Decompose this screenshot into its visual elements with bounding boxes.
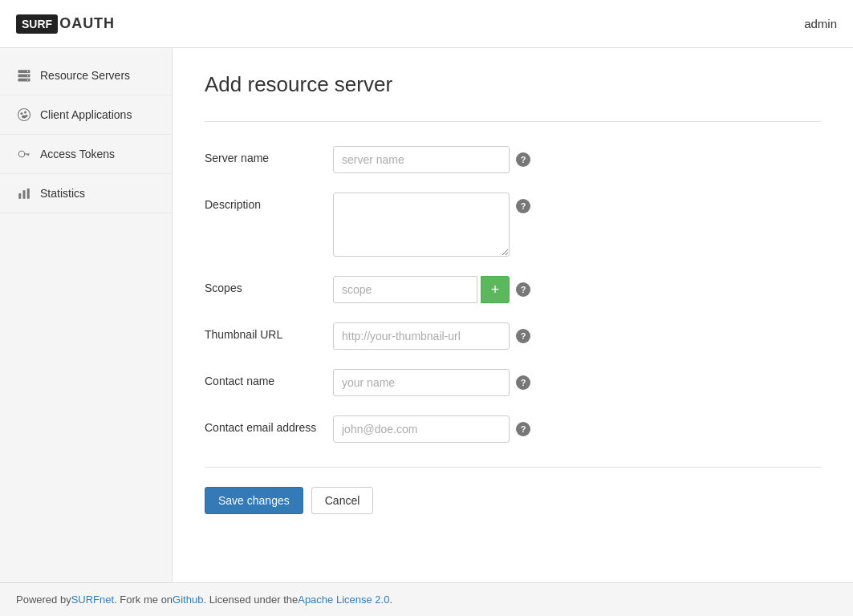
add-scope-button[interactable]: + (481, 276, 510, 303)
sidebar-item-label-resource-servers: Resource Servers (40, 69, 130, 82)
footer-end-text: . (389, 594, 392, 606)
footer-surfnet-link[interactable]: SURFnet (71, 594, 114, 606)
contact-email-input[interactable] (333, 415, 510, 443)
footer-fork-text: . Fork me on (114, 594, 173, 606)
server-name-wrap: ? (333, 146, 530, 173)
cancel-button[interactable]: Cancel (311, 487, 374, 514)
scopes-group: Scopes + ? (205, 276, 821, 303)
thumbnail-url-label: Thumbnail URL (205, 322, 333, 341)
bottom-divider (205, 467, 821, 468)
sidebar-item-label-statistics: Statistics (40, 187, 85, 200)
contact-name-label: Contact name (205, 369, 333, 387)
description-help-icon[interactable]: ? (516, 199, 530, 213)
button-row: Save changes Cancel (205, 487, 821, 514)
header-admin-label: admin (804, 17, 837, 30)
footer: Powered by SURFnet . Fork me on Github .… (0, 582, 853, 616)
thumbnail-url-input[interactable] (333, 322, 510, 350)
sidebar-item-client-applications[interactable]: Client Applications (0, 95, 172, 135)
scopes-help-icon[interactable]: ? (516, 282, 530, 297)
sidebar-item-access-tokens[interactable]: Access Tokens (0, 135, 172, 174)
scopes-row: + (333, 276, 510, 303)
main-content: Add resource server Server name ? Descri… (173, 48, 853, 582)
sidebar-item-statistics[interactable]: Statistics (0, 174, 172, 213)
palette-icon (16, 107, 32, 123)
svg-rect-14 (18, 193, 21, 199)
thumbnail-url-group: Thumbnail URL ? (205, 322, 821, 350)
contact-name-input[interactable] (333, 369, 510, 396)
description-label: Description (205, 192, 333, 211)
sidebar-item-label-access-tokens: Access Tokens (40, 148, 115, 160)
svg-point-3 (27, 71, 29, 72)
server-name-help-icon[interactable]: ? (516, 152, 530, 167)
sidebar: Resource Servers Client Applications (0, 48, 173, 582)
svg-point-6 (18, 109, 30, 121)
footer-powered-text: Powered by (16, 594, 71, 606)
save-button[interactable]: Save changes (205, 487, 303, 514)
server-name-input[interactable] (333, 146, 510, 173)
key-icon (16, 146, 32, 162)
page-title: Add resource server (205, 72, 821, 97)
thumbnail-url-help-icon[interactable]: ? (516, 329, 530, 343)
footer-license-text: . Licensed under the (203, 594, 298, 606)
description-input[interactable] (333, 192, 510, 257)
svg-point-5 (27, 79, 29, 81)
description-wrap: ? (333, 192, 530, 257)
svg-point-8 (24, 111, 26, 114)
top-divider (205, 121, 821, 122)
server-name-group: Server name ? (205, 146, 821, 173)
scopes-label: Scopes (205, 276, 333, 294)
svg-point-7 (21, 112, 23, 115)
header: SURF OAUTH admin (0, 0, 853, 48)
logo-oauth: OAUTH (59, 15, 115, 32)
sidebar-item-label-client-applications: Client Applications (40, 108, 132, 121)
svg-point-10 (18, 151, 25, 157)
footer-github-link[interactable]: Github (173, 594, 203, 606)
footer-apache-link[interactable]: Apache License 2.0 (298, 594, 389, 606)
contact-email-group: Contact email address ? (205, 415, 821, 443)
server-icon (16, 67, 32, 83)
contact-email-label: Contact email address (205, 415, 333, 434)
logo-surf: SURF (16, 14, 58, 34)
svg-point-4 (27, 75, 29, 77)
thumbnail-url-wrap: ? (333, 322, 530, 350)
svg-rect-15 (23, 190, 26, 199)
server-name-label: Server name (205, 146, 333, 164)
contact-name-wrap: ? (333, 369, 530, 396)
scopes-wrap: + ? (333, 276, 530, 303)
scopes-input[interactable] (333, 276, 477, 303)
description-group: Description ? (205, 192, 821, 257)
logo: SURF OAUTH (16, 14, 115, 34)
bar-chart-icon (16, 185, 32, 201)
contact-name-help-icon[interactable]: ? (516, 375, 530, 390)
contact-name-group: Contact name ? (205, 369, 821, 396)
layout: Resource Servers Client Applications (0, 48, 853, 582)
sidebar-item-resource-servers[interactable]: Resource Servers (0, 56, 172, 95)
contact-email-help-icon[interactable]: ? (516, 422, 530, 436)
contact-email-wrap: ? (333, 415, 530, 443)
svg-rect-16 (27, 188, 30, 199)
